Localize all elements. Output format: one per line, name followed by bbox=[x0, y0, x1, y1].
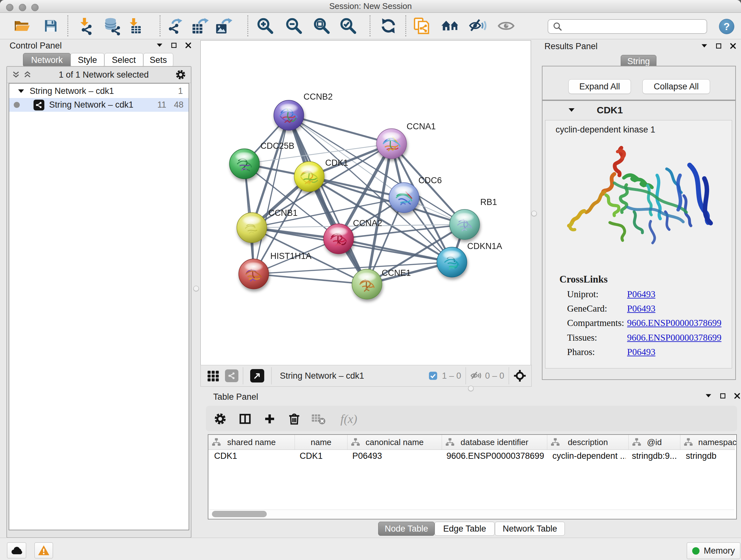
cell-name[interactable]: CDK1 bbox=[300, 450, 344, 462]
network-canvas[interactable]: CCNB2 CCNA1 CDC25B CDK1 CDC6 RB1 CCNB1 C… bbox=[200, 40, 531, 365]
export-image-icon[interactable] bbox=[214, 17, 233, 35]
refresh-view-icon[interactable] bbox=[379, 17, 398, 35]
close-panel-icon[interactable] bbox=[729, 42, 737, 50]
node-label: HIST1H1A bbox=[270, 251, 312, 261]
zoom-selected-icon[interactable] bbox=[339, 17, 357, 35]
network-node-cdc6[interactable] bbox=[389, 183, 419, 212]
cloud-status-button[interactable] bbox=[7, 543, 26, 558]
crosslink-uniprot[interactable]: P06493 bbox=[627, 289, 656, 300]
network-node-ccna2[interactable] bbox=[324, 224, 354, 254]
network-node-ccne1[interactable] bbox=[352, 269, 382, 299]
tab-select[interactable]: Select bbox=[105, 53, 143, 67]
network-overview-icon[interactable] bbox=[225, 369, 239, 382]
expand-all-button[interactable]: Expand All bbox=[568, 79, 631, 94]
network-node-ccnb2[interactable] bbox=[274, 100, 304, 130]
column-header-id[interactable]: @id bbox=[629, 435, 680, 449]
maximize-panel-icon[interactable] bbox=[171, 42, 178, 49]
network-options-gear-icon[interactable] bbox=[176, 70, 186, 80]
cell-shared-name[interactable]: CDK1 bbox=[214, 450, 291, 462]
float-panel-icon[interactable] bbox=[704, 392, 712, 400]
zoom-fit-icon[interactable] bbox=[313, 17, 331, 35]
toolbar-separator bbox=[67, 15, 68, 37]
network-node-hist1h1a[interactable] bbox=[239, 259, 269, 289]
network-node-ccnb1[interactable] bbox=[237, 212, 267, 243]
import-table-icon[interactable] bbox=[126, 17, 144, 35]
export-network-icon[interactable] bbox=[165, 17, 184, 35]
crosslink-genecard[interactable]: P06493 bbox=[627, 303, 656, 314]
open-session-icon[interactable] bbox=[12, 17, 31, 35]
close-panel-icon[interactable] bbox=[185, 42, 192, 49]
tab-node-table[interactable]: Node Table bbox=[378, 522, 434, 536]
network-node-rb1[interactable] bbox=[450, 209, 480, 240]
import-network-file-icon[interactable] bbox=[77, 17, 95, 35]
hide-selected-icon[interactable] bbox=[468, 17, 487, 35]
zoom-out-icon[interactable] bbox=[285, 17, 303, 35]
scrollbar-thumb[interactable] bbox=[212, 511, 267, 517]
center-view-icon[interactable] bbox=[514, 369, 526, 382]
detach-view-icon[interactable] bbox=[250, 369, 264, 382]
network-node-cdc25b[interactable] bbox=[229, 149, 259, 179]
node-label: RB1 bbox=[480, 197, 497, 207]
delete-column-trash-icon[interactable] bbox=[287, 412, 301, 426]
help-button[interactable]: ? bbox=[719, 19, 734, 34]
function-builder-icon: f(x) bbox=[336, 412, 361, 426]
first-neighbors-icon[interactable] bbox=[441, 17, 460, 35]
collection-collapse-icon[interactable] bbox=[17, 87, 25, 96]
gene-header-row[interactable]: CDK1 bbox=[542, 101, 735, 119]
crosslink-compartments[interactable]: 9606.ENSP00000378699 bbox=[627, 318, 722, 328]
network-node-cdk1[interactable] bbox=[294, 162, 324, 192]
network-row-selected[interactable]: String Network – cdk1 11 48 bbox=[9, 98, 189, 112]
clone-network-icon[interactable] bbox=[412, 17, 431, 35]
tab-style[interactable]: Style bbox=[71, 53, 105, 67]
cell-canonical-name[interactable]: P06493 bbox=[352, 450, 439, 462]
tab-sets[interactable]: Sets bbox=[143, 53, 173, 67]
cell-id[interactable]: stringdb:9... bbox=[632, 450, 677, 462]
collapse-all-button[interactable]: Collapse All bbox=[643, 79, 710, 94]
crosslink-tissues[interactable]: 9606.ENSP00000378699 bbox=[627, 332, 722, 343]
save-session-icon[interactable] bbox=[42, 17, 60, 35]
show-columns-icon[interactable] bbox=[238, 412, 253, 426]
add-column-icon[interactable] bbox=[262, 412, 277, 426]
network-node-cdkn1a[interactable] bbox=[437, 247, 467, 277]
horizontal-scrollbar[interactable] bbox=[209, 509, 734, 518]
import-network-database-icon[interactable] bbox=[104, 17, 122, 35]
tab-network-table[interactable]: Network Table bbox=[495, 522, 565, 536]
collapse-all-icon[interactable] bbox=[11, 70, 20, 79]
table-options-gear-icon[interactable] bbox=[213, 412, 227, 426]
export-table-icon[interactable] bbox=[191, 17, 209, 35]
expand-all-icon[interactable] bbox=[23, 70, 32, 79]
maximize-panel-icon[interactable] bbox=[715, 43, 722, 50]
column-header-namespace[interactable]: namespace bbox=[680, 435, 737, 449]
column-header-canonical-name[interactable]: canonical name bbox=[347, 435, 442, 449]
float-panel-icon[interactable] bbox=[700, 42, 708, 50]
network-edge-count: 48 bbox=[174, 100, 184, 110]
zoom-in-icon[interactable] bbox=[256, 17, 274, 35]
float-panel-icon[interactable] bbox=[156, 42, 163, 49]
cell-database-identifier[interactable]: 9606.ENSP00000378699 bbox=[447, 450, 544, 462]
tab-edge-table[interactable]: Edge Table bbox=[434, 522, 495, 536]
tree-column-icon bbox=[684, 437, 693, 447]
node-label: CCNA1 bbox=[407, 122, 436, 131]
search-input[interactable] bbox=[565, 22, 706, 32]
cell-namespace[interactable]: stringdb bbox=[686, 450, 734, 462]
node-label: CCNB1 bbox=[268, 208, 298, 218]
column-header-shared-name[interactable]: shared name bbox=[208, 435, 295, 449]
network-node-ccna1[interactable] bbox=[377, 129, 407, 159]
tab-network[interactable]: Network bbox=[23, 53, 71, 67]
birds-eye-grid-icon[interactable] bbox=[206, 369, 220, 382]
maximize-panel-icon[interactable] bbox=[719, 392, 726, 399]
column-header-description[interactable]: description bbox=[547, 435, 629, 449]
column-header-database-identifier[interactable]: database identifier bbox=[442, 435, 547, 449]
close-panel-icon[interactable] bbox=[733, 392, 741, 400]
left-split-handle[interactable] bbox=[193, 286, 199, 291]
cell-description[interactable]: cyclin-dependent ... bbox=[552, 450, 626, 462]
column-header-name[interactable]: name bbox=[295, 435, 347, 449]
warnings-button[interactable] bbox=[35, 543, 53, 558]
selected-badge-icon bbox=[428, 371, 437, 380]
crosslink-pharos[interactable]: P06493 bbox=[627, 347, 656, 357]
show-all-icon[interactable] bbox=[497, 17, 515, 35]
network-collection-row[interactable]: String Network – cdk1 1 bbox=[9, 84, 189, 98]
tree-column-icon bbox=[351, 437, 360, 447]
memory-button[interactable]: Memory bbox=[687, 543, 740, 559]
collapse-gene-icon[interactable] bbox=[567, 106, 576, 114]
